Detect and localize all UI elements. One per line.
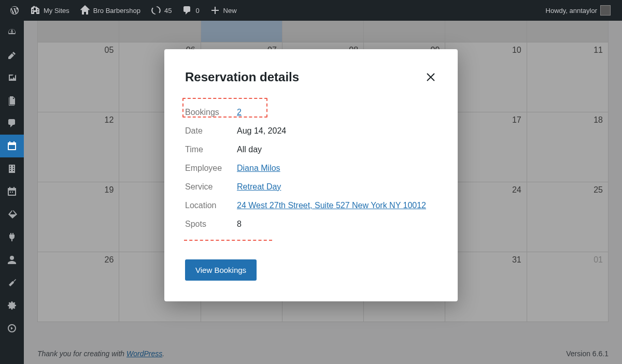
reservation-details-modal: Reservation details Bookings 2 Date Aug … <box>164 49 458 301</box>
detail-label: Time <box>185 145 237 154</box>
close-button[interactable] <box>425 71 437 83</box>
detail-value: 8 <box>237 220 242 229</box>
greeting-text: Howdy, anntaylor <box>546 7 597 14</box>
home-icon <box>80 5 90 16</box>
detail-row-spots: Spots 8 <box>185 215 437 234</box>
menu-settings[interactable] <box>0 294 24 317</box>
detail-row-location: Location 24 West 27th Street, Suite 527 … <box>185 196 437 215</box>
menu-locations[interactable] <box>0 157 24 180</box>
detail-row-employee: Employee Diana Milos <box>185 159 437 178</box>
menu-calendar-alt[interactable] <box>0 180 24 203</box>
menu-comments[interactable] <box>0 112 24 135</box>
detail-label: Bookings <box>185 108 237 117</box>
menu-calendar-bookings[interactable] <box>0 135 24 157</box>
admin-multisite-icon <box>30 5 40 16</box>
menu-pages[interactable] <box>0 89 24 112</box>
detail-value: All day <box>237 145 262 154</box>
avatar <box>600 5 611 16</box>
detail-label: Service <box>185 182 237 192</box>
menu-collapse[interactable] <box>0 317 24 340</box>
view-bookings-button[interactable]: View Bookings <box>185 259 257 281</box>
menu-tools[interactable] <box>0 271 24 294</box>
detail-label: Location <box>185 201 237 210</box>
new-label: New <box>223 7 237 14</box>
comments-count: 0 <box>195 7 199 14</box>
detail-value: Aug 14, 2024 <box>237 126 286 136</box>
updates-count: 45 <box>164 7 172 14</box>
employee-link[interactable]: Diana Milos <box>237 164 280 172</box>
updates-menu[interactable]: 45 <box>146 0 177 21</box>
site-name-menu[interactable]: Bro Barbershop <box>75 0 146 21</box>
modal-title: Reservation details <box>185 70 299 84</box>
site-name-label: Bro Barbershop <box>93 7 140 14</box>
new-content-menu[interactable]: New <box>205 0 242 21</box>
wp-logo-menu[interactable] <box>4 0 25 21</box>
service-link[interactable]: Retreat Day <box>237 182 281 191</box>
bookings-count-link[interactable]: 2 <box>237 108 242 117</box>
detail-label: Employee <box>185 164 237 173</box>
location-link[interactable]: 24 West 27th Street, Suite 527 New York … <box>237 201 426 210</box>
comments-menu[interactable]: 0 <box>177 0 204 21</box>
detail-label: Spots <box>185 220 237 229</box>
menu-media[interactable] <box>0 66 24 89</box>
menu-dashboard[interactable] <box>0 21 24 43</box>
update-icon <box>151 5 161 16</box>
wordpress-icon <box>9 5 20 16</box>
detail-label: Date <box>185 126 237 136</box>
menu-posts[interactable] <box>0 43 24 66</box>
plus-icon <box>210 5 220 16</box>
menu-users[interactable] <box>0 249 24 271</box>
my-account-menu[interactable]: Howdy, anntaylor <box>541 0 616 21</box>
menu-plugins[interactable] <box>0 226 24 249</box>
detail-row-time: Time All day <box>185 140 437 159</box>
my-sites-label: My Sites <box>44 7 69 14</box>
detail-row-date: Date Aug 14, 2024 <box>185 122 437 140</box>
detail-row-service: Service Retreat Day <box>185 178 437 196</box>
comment-icon <box>182 5 192 16</box>
my-sites-menu[interactable]: My Sites <box>25 0 75 21</box>
menu-appearance[interactable] <box>0 203 24 226</box>
admin-sidebar <box>0 21 24 364</box>
admin-toolbar: My Sites Bro Barbershop 45 0 New <box>0 0 622 21</box>
reservation-detail-list: Bookings 2 Date Aug 14, 2024 Time All da… <box>185 103 437 234</box>
detail-row-bookings: Bookings 2 <box>185 103 437 122</box>
annotation-highlight <box>184 240 272 241</box>
